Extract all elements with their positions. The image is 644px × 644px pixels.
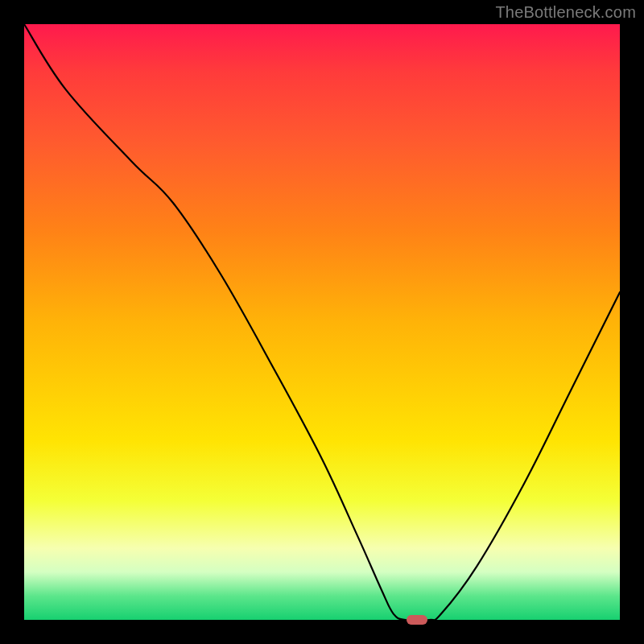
watermark-text: TheBottleneck.com [495,3,636,22]
plot-area [24,24,620,620]
optimal-marker [407,615,427,625]
chart-frame: TheBottleneck.com [0,0,644,644]
bottleneck-curve [24,24,620,620]
